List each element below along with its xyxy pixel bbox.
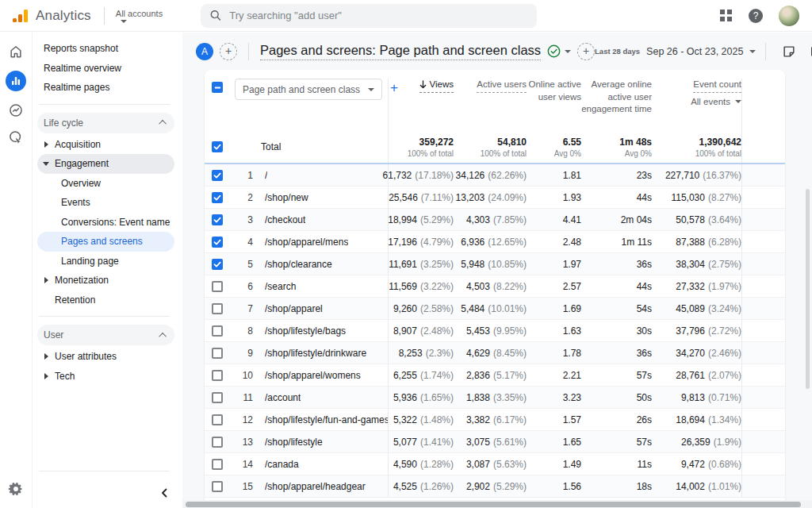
table-row[interactable]: 4 /shop/apparel/mens 17,196(4.79%) 6,936… bbox=[205, 231, 785, 253]
event-count-percent: (2.72%) bbox=[708, 325, 741, 337]
row-checkbox[interactable] bbox=[212, 437, 223, 448]
column-header-avg-time[interactable]: Average online active user engagement ti… bbox=[581, 79, 652, 116]
user-avatar[interactable] bbox=[779, 6, 799, 26]
add-report-button[interactable] bbox=[220, 43, 237, 60]
row-checkbox[interactable] bbox=[212, 414, 223, 425]
search-input[interactable] bbox=[229, 10, 527, 21]
help-icon[interactable] bbox=[749, 9, 763, 23]
explore-icon[interactable] bbox=[8, 129, 24, 145]
table-row[interactable]: 1 / 61,732(17.18%) 34,126(62.26%) 1.81 2… bbox=[205, 164, 785, 187]
totals-label: Total bbox=[261, 141, 281, 152]
table-row[interactable]: 7 /shop/apparel 9,260(2.58%) 5,484(10.01… bbox=[205, 298, 785, 320]
horizontal-scrollbar-thumb[interactable] bbox=[186, 502, 801, 507]
vertical-scrollbar[interactable] bbox=[806, 189, 810, 389]
expand-arrow-icon bbox=[44, 373, 48, 379]
table-row[interactable]: 13 /shop/lifestyle 5,077(1.41%) 3,075(5.… bbox=[205, 431, 785, 453]
active-users-value: 3,087 bbox=[466, 459, 490, 470]
sidebar-item-events[interactable]: Events bbox=[37, 193, 174, 213]
table-row[interactable]: 6 /search 11,569(3.22%) 4,503(8.22%) 2.5… bbox=[205, 275, 785, 298]
search-bar[interactable] bbox=[201, 4, 537, 28]
sidebar-item-retention[interactable]: Retention bbox=[37, 291, 174, 310]
table-row[interactable]: 9 /shop/lifestyle/drinkware 8,253(2.3%) … bbox=[205, 342, 785, 364]
page-path: /account bbox=[265, 392, 301, 403]
add-comparison-button[interactable] bbox=[577, 43, 595, 60]
page-path: / bbox=[265, 170, 267, 181]
table-row[interactable]: 14 /canada 4,590(1.28%) 3,087(5.63%) 1.4… bbox=[205, 453, 785, 475]
row-checkbox[interactable] bbox=[212, 325, 223, 337]
date-range-picker[interactable]: Sep 26 - Oct 23, 2025 bbox=[646, 46, 756, 57]
row-number: 1 bbox=[234, 170, 253, 181]
advertising-icon[interactable] bbox=[8, 102, 24, 118]
select-all-checkbox[interactable] bbox=[212, 82, 223, 93]
table-row[interactable]: 3 /checkout 18,994(5.29%) 4,303(7.85%) 4… bbox=[205, 209, 785, 231]
views-value: 8,253 bbox=[399, 348, 423, 359]
compare-icon[interactable] bbox=[806, 41, 812, 62]
totals-checkbox[interactable] bbox=[212, 141, 223, 152]
row-checkbox[interactable] bbox=[212, 303, 223, 314]
table-row[interactable]: 5 /shop/clearance 11,691(3.25%) 5,948(10… bbox=[205, 253, 785, 275]
row-checkbox[interactable] bbox=[212, 170, 223, 181]
sidebar-item-pages-and-screens[interactable]: Pages and screens bbox=[37, 232, 174, 252]
note-icon[interactable] bbox=[779, 41, 799, 62]
row-checkbox[interactable] bbox=[212, 370, 223, 381]
sidebar-item-user-attributes[interactable]: User attributes bbox=[37, 347, 174, 367]
event-count-value: 9,813 bbox=[681, 392, 705, 403]
column-header-active-users[interactable]: Active users bbox=[454, 79, 527, 93]
row-checkbox[interactable] bbox=[212, 392, 223, 403]
horizontal-scrollbar-track[interactable] bbox=[182, 500, 812, 508]
row-checkbox[interactable] bbox=[212, 259, 223, 270]
active-users-value: 4,303 bbox=[466, 214, 490, 225]
topbar-divider bbox=[104, 7, 105, 25]
sidebar-item-realtime-pages[interactable]: Realtime pages bbox=[37, 78, 174, 98]
table-row[interactable]: 12 /shop/lifestyle/fun-and-games 5,322(1… bbox=[205, 409, 785, 431]
row-checkbox[interactable] bbox=[212, 237, 223, 248]
column-header-event-count[interactable]: Event count All events bbox=[652, 79, 741, 108]
home-icon[interactable] bbox=[8, 44, 24, 60]
caret-down-icon bbox=[368, 88, 374, 91]
apps-grid-icon[interactable] bbox=[720, 10, 733, 22]
event-count-percent: (1.01%) bbox=[708, 481, 741, 492]
active-users-percent: (5.17%) bbox=[493, 370, 527, 381]
section-user[interactable]: User bbox=[37, 325, 174, 345]
active-users-value: 2,836 bbox=[466, 370, 490, 381]
sidebar-item-reports-snapshot[interactable]: Reports snapshot bbox=[37, 39, 174, 59]
section-life-cycle[interactable]: Life cycle bbox=[37, 113, 174, 133]
table-row[interactable]: 15 /shop/apparel/headgear 4,525(1.26%) 2… bbox=[205, 475, 785, 498]
sidebar-item-landing-page[interactable]: Landing page bbox=[37, 252, 174, 271]
row-checkbox[interactable] bbox=[212, 281, 223, 292]
sidebar-item-overview[interactable]: Overview bbox=[37, 174, 174, 194]
row-checkbox[interactable] bbox=[212, 481, 223, 492]
saved-status-badge[interactable] bbox=[547, 44, 571, 58]
sidebar-item-monetization[interactable]: Monetization bbox=[37, 271, 174, 291]
gear-icon[interactable] bbox=[8, 481, 24, 497]
collapse-sidebar-button[interactable] bbox=[33, 478, 182, 508]
table-row[interactable]: 8 /shop/lifestyle/bags 8,907(2.48%) 5,45… bbox=[205, 320, 785, 342]
row-checkbox[interactable] bbox=[212, 192, 223, 203]
event-filter-dropdown[interactable]: All events bbox=[691, 96, 741, 109]
table-row[interactable]: 10 /shop/apparel/womens 6,255(1.74%) 2,8… bbox=[205, 364, 785, 387]
column-header-online-views[interactable]: Online active user views bbox=[527, 79, 581, 103]
sidebar-item-realtime-overview[interactable]: Realtime overview bbox=[37, 59, 174, 79]
sidebar-item-conversions[interactable]: Conversions: Event name bbox=[37, 213, 174, 233]
row-checkbox[interactable] bbox=[212, 459, 223, 470]
table-row[interactable]: 11 /account 5,936(1.65%) 1,838(3.35%) 3.… bbox=[205, 387, 785, 409]
report-avatar[interactable]: A bbox=[196, 43, 213, 60]
account-switcher[interactable]: All accounts bbox=[116, 9, 163, 23]
event-count-percent: (2.75%) bbox=[708, 259, 741, 270]
engagement-time-value: 18s bbox=[637, 481, 652, 492]
event-count-value: 9,472 bbox=[681, 459, 705, 470]
table-row[interactable]: 2 /shop/new 25,546(7.11%) 13,203(24.09%)… bbox=[205, 187, 785, 209]
dimension-selector[interactable]: Page path and screen class bbox=[235, 79, 382, 100]
sidebar-item-tech[interactable]: Tech bbox=[37, 367, 174, 387]
row-checkbox[interactable] bbox=[212, 348, 223, 359]
column-header-views[interactable]: Views bbox=[389, 79, 454, 93]
views-percent: (5.29%) bbox=[420, 214, 454, 225]
event-count-percent: (1.9%) bbox=[714, 437, 741, 448]
sidebar-item-engagement[interactable]: Engagement bbox=[37, 154, 174, 174]
sidebar-item-acquisition[interactable]: Acquisition bbox=[37, 135, 174, 155]
engagement-time-value: 50s bbox=[637, 392, 652, 403]
online-views-value: 1.63 bbox=[563, 325, 581, 337]
reports-icon[interactable] bbox=[6, 71, 26, 91]
row-checkbox[interactable] bbox=[212, 214, 223, 225]
top-bar: Analytics All accounts bbox=[0, 0, 812, 32]
